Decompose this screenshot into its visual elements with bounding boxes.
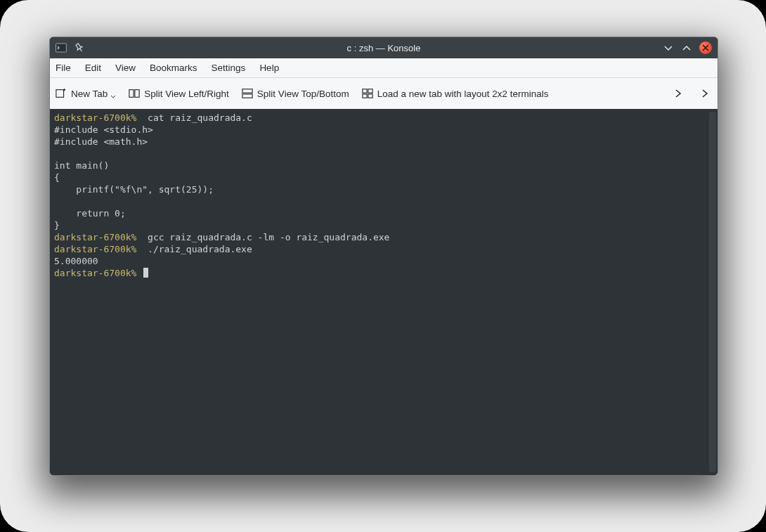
maximize-button[interactable] <box>681 42 692 53</box>
toolbar-chevron-right-2[interactable] <box>698 89 712 98</box>
svg-rect-4 <box>242 89 252 93</box>
titlebar[interactable]: c : zsh — Konsole <box>50 37 718 58</box>
menu-settings[interactable]: Settings <box>212 63 246 73</box>
terminal-line: { <box>54 171 705 183</box>
toolbar: New Tab Split View Left/Right Split View… <box>50 78 718 109</box>
terminal-line: darkstar-6700k% <box>54 267 705 279</box>
close-button[interactable] <box>699 41 712 54</box>
svg-rect-6 <box>363 89 367 93</box>
pin-icon[interactable] <box>74 42 85 53</box>
menu-edit[interactable]: Edit <box>85 63 101 73</box>
terminal-line: int main() <box>54 160 705 171</box>
window-title: c : zsh — Konsole <box>50 43 718 53</box>
terminal-line: #include <stdio.h> <box>54 124 705 136</box>
menu-file[interactable]: File <box>56 63 71 73</box>
terminal-area[interactable]: darkstar-6700k% cat raiz_quadrada.c#incl… <box>50 109 718 475</box>
terminal-scrollbar[interactable] <box>709 112 716 472</box>
split-top-bottom-button[interactable]: Split View Top/Bottom <box>242 88 349 99</box>
terminal-cursor <box>143 268 148 278</box>
terminal-output[interactable]: darkstar-6700k% cat raiz_quadrada.c#incl… <box>50 109 709 475</box>
terminal-line: } <box>54 219 705 231</box>
svg-rect-3 <box>135 90 139 98</box>
svg-rect-5 <box>242 94 252 98</box>
terminal-line: #include <math.h> <box>54 136 705 148</box>
load-layout-label: Load a new tab with layout 2x2 terminals <box>377 89 549 99</box>
new-tab-icon <box>56 88 67 99</box>
load-layout-button[interactable]: Load a new tab with layout 2x2 terminals <box>362 88 549 99</box>
terminal-line: darkstar-6700k% gcc raiz_quadrada.c -lm … <box>54 231 705 243</box>
menu-view[interactable]: View <box>115 63 136 73</box>
split-tb-icon <box>242 88 253 99</box>
split-lr-icon <box>129 88 140 99</box>
terminal-line <box>54 148 705 160</box>
svg-rect-0 <box>56 44 67 52</box>
terminal-app-icon[interactable] <box>56 42 67 53</box>
terminal-line: return 0; <box>54 207 705 219</box>
terminal-line: darkstar-6700k% cat raiz_quadrada.c <box>54 112 705 124</box>
menu-help[interactable]: Help <box>259 63 279 73</box>
split-left-right-button[interactable]: Split View Left/Right <box>129 88 229 99</box>
new-tab-button[interactable]: New Tab <box>56 87 116 100</box>
grid-2x2-icon <box>362 88 373 99</box>
konsole-window: c : zsh — Konsole File Edit View Bookmar… <box>49 37 718 476</box>
menu-bookmarks[interactable]: Bookmarks <box>150 63 197 73</box>
svg-rect-7 <box>368 89 372 93</box>
svg-rect-2 <box>129 90 134 98</box>
minimize-button[interactable] <box>663 42 674 53</box>
svg-rect-8 <box>363 94 367 98</box>
terminal-line: 5.000000 <box>54 255 705 267</box>
toolbar-chevron-right-1[interactable] <box>671 89 685 98</box>
terminal-line: darkstar-6700k% ./raiz_quadrada.exe <box>54 243 705 255</box>
terminal-line: printf("%f\n", sqrt(25)); <box>54 183 705 195</box>
split-lr-label: Split View Left/Right <box>144 89 229 99</box>
svg-rect-1 <box>56 90 64 98</box>
new-tab-label: New Tab <box>71 89 108 99</box>
split-tb-label: Split View Top/Bottom <box>257 89 349 99</box>
menu-bar: File Edit View Bookmarks Settings Help <box>50 58 718 78</box>
terminal-line <box>54 195 705 207</box>
svg-rect-9 <box>368 94 372 98</box>
